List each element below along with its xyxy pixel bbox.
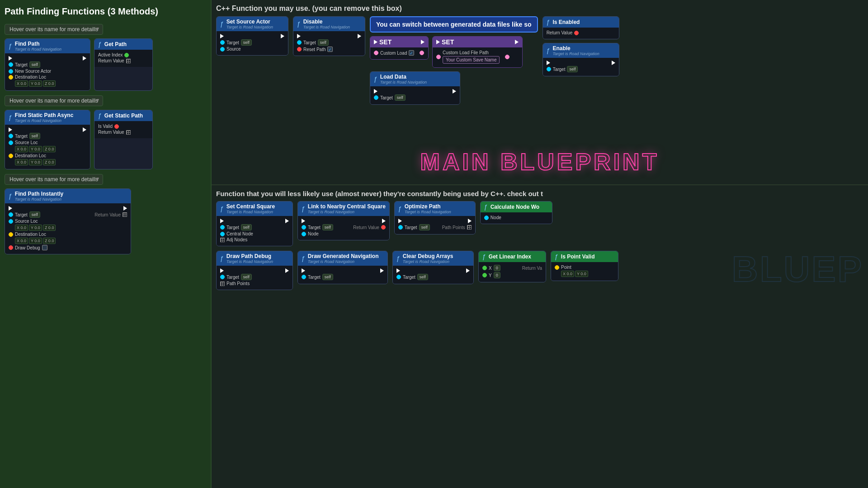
fpi-subtitle: Target is Road Navigation bbox=[15, 197, 63, 202]
set-custom-load-header: SET bbox=[370, 37, 428, 47]
scs-central-pin bbox=[220, 232, 225, 236]
ld-title: Load Data bbox=[380, 74, 427, 80]
set-source-actor-node[interactable]: ƒ Set Source Actor Target is Road Naviga… bbox=[216, 16, 288, 56]
dpd-exec-out bbox=[285, 268, 289, 273]
is-enabled-node[interactable]: ƒ Is Enabled Return Value bbox=[542, 16, 619, 39]
dgn-exec-in bbox=[302, 268, 305, 273]
hover-banner-1[interactable]: Hover over its name for more detaills bbox=[5, 24, 103, 35]
op-body: Target self Path Points bbox=[395, 216, 475, 234]
ie-header: ƒ Is Enabled bbox=[543, 17, 619, 28]
ssa-target-pin bbox=[220, 40, 225, 45]
ssa-title: Set Source Actor bbox=[226, 19, 273, 25]
fsa-dest-coords-row: X 0.0 Y 0.0 Z 0.0 bbox=[9, 159, 86, 165]
fpi-title: Find Path Instantly bbox=[15, 191, 63, 197]
section-3-nodes-row: ƒ Find Path Instantly Target is Road Nav… bbox=[5, 188, 206, 254]
fpi-source-row: Source Loc bbox=[9, 219, 127, 224]
draw-gen-nav-node[interactable]: ƒ Draw Generated Navigation Target is Ro… bbox=[297, 251, 388, 284]
op-subtitle: Target is Road Navigation bbox=[405, 210, 451, 214]
optimize-path-node[interactable]: ƒ Optimize Path Target is Road Navigatio… bbox=[394, 201, 476, 235]
set-cf-label: SET bbox=[442, 38, 454, 46]
info-box: You can switch between generated data fi… bbox=[370, 16, 538, 33]
find-static-async-subtitle: Target is Road Navigation bbox=[15, 118, 74, 123]
fpi-exec-in bbox=[9, 206, 12, 211]
fpi-debug-checkbox[interactable] bbox=[42, 245, 47, 250]
dis-reset-checkbox[interactable] bbox=[327, 47, 333, 52]
link-nearby-node[interactable]: ƒ Link to Nearby Central Square Target i… bbox=[297, 201, 390, 240]
get-linear-index-node[interactable]: ƒ Get Linear Index X 0 Return Va bbox=[478, 251, 546, 282]
cnw-body: Node bbox=[481, 212, 552, 224]
gli-header: ƒ Get Linear Index bbox=[479, 251, 546, 262]
find-path-target-row: Target self bbox=[9, 61, 86, 68]
scs-adj-pin bbox=[220, 238, 225, 242]
fsa-source-pin bbox=[9, 141, 13, 145]
ssa-header: ƒ Set Source Actor Target is Road Naviga… bbox=[217, 17, 288, 31]
set-cf-input[interactable]: Your Custom Save Name bbox=[443, 56, 500, 64]
gli-title: Get Linear Index bbox=[489, 253, 531, 260]
scs-subtitle: Target is Road Navigation bbox=[226, 210, 275, 214]
section-2-nodes-row: ƒ Find Static Path Async Target is Road … bbox=[5, 110, 206, 169]
op-header: ƒ Optimize Path Target is Road Navigatio… bbox=[395, 202, 475, 216]
fpi-dest-row: Destination Loc bbox=[9, 232, 127, 237]
ld-header: ƒ Load Data Target is Road Navigation bbox=[370, 72, 460, 86]
dis-subtitle: Target is Road Navigation bbox=[303, 25, 350, 29]
dpd-path-pin bbox=[220, 282, 225, 286]
get-static-path-node[interactable]: ƒ Get Static Path Is Valid Return Value bbox=[94, 110, 153, 169]
find-static-async-body: Target self Source Loc X 0.0 Y 0.0 Z 0.0 bbox=[5, 125, 90, 169]
load-data-node[interactable]: ƒ Load Data Target is Road Navigation bbox=[370, 71, 460, 105]
hover-banner-3[interactable]: Hover over its name for more detaills bbox=[5, 174, 103, 185]
clear-debug-node[interactable]: ƒ Clear Debug Arrays Target is Road Navi… bbox=[392, 251, 474, 284]
set-custom-file-node[interactable]: SET Custom Load File Path Your Custom Sa bbox=[432, 36, 523, 68]
disable-node[interactable]: ƒ Disable Target is Road Navigation Tar bbox=[293, 16, 365, 56]
dpd-exec-in bbox=[220, 268, 224, 273]
find-path-source-row: New Source Actor bbox=[9, 69, 86, 74]
set-custom-load-node[interactable]: SET Custom Load bbox=[370, 36, 429, 60]
ipv-header: ƒ Is Point Valid bbox=[551, 251, 618, 262]
op-target-pin bbox=[398, 225, 403, 230]
fpi-return-pin bbox=[123, 212, 127, 217]
ld-icon: ƒ bbox=[374, 75, 377, 83]
cda-exec-out bbox=[466, 268, 470, 273]
scs-target-pin bbox=[220, 225, 225, 230]
find-path-node[interactable]: ƒ Find Path Target is Road Navigation T bbox=[5, 38, 90, 91]
ie-body: Return Value bbox=[543, 28, 619, 39]
set-central-square-node[interactable]: ƒ Set Central Square Target is Road Navi… bbox=[216, 201, 293, 246]
enable-node[interactable]: ƒ Enable Target is Road Navigation bbox=[542, 43, 619, 76]
find-path-dest-row: Destination Loc bbox=[9, 75, 86, 80]
find-path-instantly-node[interactable]: ƒ Find Path Instantly Target is Road Nav… bbox=[5, 188, 131, 254]
right-bottom-title: Function that you will less likely use (… bbox=[216, 190, 863, 197]
cnw-node-pin bbox=[484, 216, 489, 220]
enable-column: ƒ Is Enabled Return Value bbox=[542, 16, 619, 76]
en-header: ƒ Enable Target is Road Navigation bbox=[543, 43, 619, 58]
ipv-title: Is Point Valid bbox=[561, 253, 595, 260]
fpi-dest-coords-row: X 0.0 Y 0.0 Z 0.0 bbox=[9, 238, 127, 244]
find-static-path-async-node[interactable]: ƒ Find Static Path Async Target is Road … bbox=[5, 110, 90, 169]
is-point-valid-node[interactable]: ƒ Is Point Valid Point X 0.0 Y 0.0 bbox=[551, 251, 618, 281]
section-find-static: Hover over its name for more detaills ƒ … bbox=[5, 95, 206, 169]
dpd-target-pin bbox=[220, 275, 225, 279]
lncs-target-pin bbox=[302, 225, 306, 230]
set-cl-exec-in bbox=[374, 40, 377, 44]
cnw-title: Calculate Node Wo bbox=[491, 204, 539, 210]
find-static-async-icon: ƒ bbox=[9, 114, 12, 121]
gli-y-pin bbox=[482, 273, 487, 277]
lncs-exec-out bbox=[382, 219, 386, 223]
get-static-path-body: Is Valid Return Value bbox=[94, 121, 152, 138]
dis-reset-pin bbox=[297, 47, 302, 52]
get-path-header: ƒ Get Path bbox=[94, 39, 152, 50]
calc-node-wo[interactable]: ƒ Calculate Node Wo Node bbox=[480, 201, 552, 224]
set-cl-checkbox[interactable] bbox=[409, 50, 414, 56]
ld-body: Target self bbox=[370, 86, 460, 104]
cda-subtitle: Target is Road Navigation bbox=[403, 259, 453, 264]
scs-body: Target self Central Node Adj Nodes bbox=[217, 216, 292, 246]
get-path-node[interactable]: ƒ Get Path Active Index Return Value bbox=[94, 38, 153, 91]
set-nodes-row: SET Custom Load bbox=[370, 36, 523, 68]
draw-path-debug-node[interactable]: ƒ Draw Path Debug Target is Road Navigat… bbox=[216, 251, 293, 290]
hover-banner-2[interactable]: Hover over its name for more detaills bbox=[5, 95, 103, 106]
cda-exec-in bbox=[396, 268, 400, 273]
set-cl-exec-out bbox=[421, 40, 425, 44]
find-static-async-header: ƒ Find Static Path Async Target is Road … bbox=[5, 110, 90, 125]
fpi-debug-row: Draw Debug bbox=[9, 245, 127, 250]
find-path-title: Find Path bbox=[15, 41, 61, 47]
section-find-instantly: Hover over its name for more detaills ƒ … bbox=[5, 174, 206, 254]
dpd-icon: ƒ bbox=[220, 255, 224, 262]
